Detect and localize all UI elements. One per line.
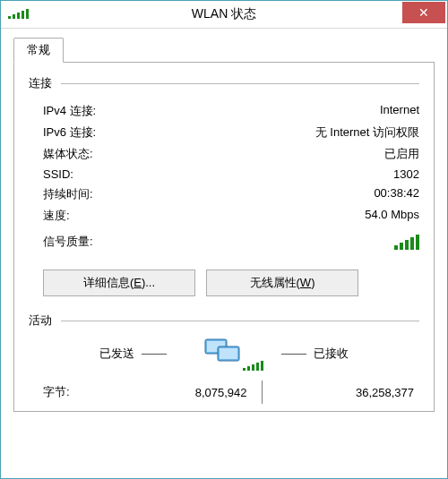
media-value: 已启用 (384, 146, 419, 162)
bytes-label: 字节: (43, 384, 104, 400)
speed-value: 54.0 Mbps (365, 208, 419, 224)
divider (61, 83, 419, 84)
close-button[interactable]: ✕ (402, 2, 445, 23)
network-computers-icon (188, 336, 260, 372)
ipv4-value: Internet (380, 103, 419, 119)
ipv6-label: IPv6 连接: (43, 124, 96, 141)
general-panel: 连接 IPv4 连接: Internet IPv6 连接: 无 Internet… (13, 63, 435, 412)
wireless-properties-button[interactable]: 无线属性(W) (206, 269, 358, 296)
connection-section-head: 连接 (29, 75, 419, 91)
speed-label: 速度: (43, 208, 70, 224)
ipv6-row: IPv6 连接: 无 Internet 访问权限 (29, 122, 419, 143)
media-row: 媒体状态: 已启用 (29, 143, 419, 165)
duration-row: 持续时间: 00:38:42 (29, 184, 419, 205)
duration-label: 持续时间: (43, 186, 93, 202)
svg-rect-3 (220, 348, 237, 359)
received-label: 已接收 (260, 346, 419, 362)
signal-bars-icon (243, 360, 263, 373)
ssid-row: SSID: 1302 (29, 165, 419, 184)
ssid-label: SSID: (43, 167, 73, 181)
dash-icon (281, 354, 306, 355)
speed-row: 速度: 54.0 Mbps (29, 205, 419, 227)
ipv4-label: IPv4 连接: (43, 103, 96, 119)
wlan-status-window: WLAN 状态 ✕ 常规 连接 IPv4 连接: Internet IPv6 连… (0, 0, 448, 479)
tab-general[interactable]: 常规 (13, 38, 64, 63)
duration-value: 00:38:42 (374, 186, 419, 202)
ipv4-row: IPv4 连接: Internet (29, 100, 419, 122)
signal-row: 信号质量: (29, 227, 419, 255)
signal-bars-icon (394, 234, 419, 252)
details-button[interactable]: 详细信息(E)... (43, 269, 195, 296)
titlebar: WLAN 状态 ✕ (1, 1, 447, 29)
activity-section-label: 活动 (29, 312, 52, 329)
divider (61, 321, 419, 321)
signal-label: 信号质量: (43, 234, 93, 252)
window-title: WLAN 状态 (1, 6, 447, 22)
connection-section-label: 连接 (29, 75, 52, 91)
dash-icon (142, 354, 167, 355)
wifi-icon (8, 8, 29, 21)
activity-section-head: 活动 (29, 312, 419, 329)
bytes-received-value: 36,258,377 (263, 386, 420, 399)
bytes-sent-value: 8,075,942 (104, 386, 262, 399)
ssid-value: 1302 (393, 167, 419, 181)
media-label: 媒体状态: (43, 146, 93, 162)
tabstrip: 常规 (13, 38, 435, 63)
sent-label: 已发送 (29, 346, 188, 362)
ipv6-value: 无 Internet 访问权限 (315, 124, 419, 141)
